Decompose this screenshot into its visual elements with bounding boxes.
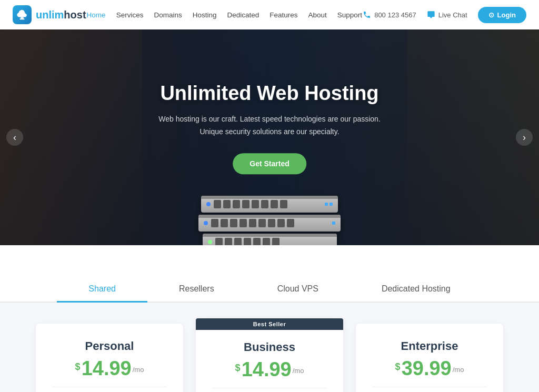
phone-number: 800 123 4567 (374, 11, 416, 19)
hero-section: ‹ › Unlimited Web Hosting Web hosting is… (0, 29, 539, 245)
server-rack (198, 196, 341, 245)
pricing-card-business: Best Seller Business $ 14.99 /mo 99 Reso… (196, 318, 343, 392)
feature-row: 99 Resold Accounts (212, 388, 327, 392)
server-led-2 (204, 221, 208, 225)
plan-name-enterprise: Enterprise (372, 339, 487, 353)
server-slots (214, 200, 287, 208)
hero-title: Unlimited Web Hosting (158, 82, 381, 105)
plan-name-business: Business (212, 340, 327, 354)
live-chat-label: Live Chat (438, 11, 467, 19)
tabs-header: Shared Resellers Cloud VPS Dedicated Hos… (0, 277, 539, 303)
nav-support[interactable]: Support (337, 11, 362, 19)
plan-price-personal: $ 14.99 /mo (52, 358, 167, 378)
price-period-business: /mo (293, 367, 304, 375)
price-amount-business: 14.99 (242, 359, 292, 379)
price-amount-enterprise: 39.99 (402, 358, 452, 378)
pricing-section: Personal $ 14.99 /mo 19 Resold Accounts … (0, 303, 539, 392)
tab-shared[interactable]: Shared (57, 277, 147, 303)
server-unit-2 (198, 215, 341, 232)
hero-server-image (198, 196, 341, 245)
best-seller-badge: Best Seller (196, 318, 343, 330)
pricing-card-personal: Personal $ 14.99 /mo 19 Resold Accounts … (36, 324, 183, 392)
plan-price-business: $ 14.99 /mo (212, 359, 327, 379)
svg-rect-1 (19, 18, 24, 19)
price-amount-personal: 14.99 (82, 358, 132, 378)
nav-home[interactable]: Home (87, 11, 106, 19)
nav-hosting[interactable]: Hosting (193, 11, 217, 19)
logo-icon (13, 5, 32, 24)
plan-features-personal: 19 Resold Accounts 19 GB Storage (52, 387, 167, 392)
price-period-personal: /mo (133, 366, 144, 374)
tab-resellers[interactable]: Resellers (147, 277, 246, 303)
feature-row: 119 Resold Accounts (372, 387, 487, 392)
pricing-card-enterprise: Enterprise $ 39.99 /mo 119 Resold Accoun… (356, 324, 503, 392)
main-nav: Home Services Domains Hosting Dedicated … (87, 10, 363, 19)
logo-text: unlimhost (36, 9, 86, 21)
nav-dedicated[interactable]: Dedicated (227, 11, 259, 19)
hero-arrow-left[interactable]: ‹ (6, 129, 23, 146)
chat-icon (427, 11, 435, 19)
hero-content: Unlimited Web Hosting Web hosting is our… (158, 82, 381, 174)
login-button[interactable]: ⊙ Login (478, 7, 526, 23)
svg-rect-0 (21, 17, 24, 19)
server-led-3 (208, 240, 212, 244)
price-dollar-business: $ (235, 363, 241, 374)
server-unit-3 (203, 234, 337, 245)
tab-cloud-vps[interactable]: Cloud VPS (246, 277, 350, 303)
hero-arrow-right[interactable]: › (516, 129, 533, 146)
hosting-tabs-section: Shared Resellers Cloud VPS Dedicated Hos… (0, 245, 539, 303)
plan-price-enterprise: $ 39.99 /mo (372, 358, 487, 378)
phone-link[interactable]: 800 123 4567 (363, 11, 416, 19)
tab-dedicated-hosting[interactable]: Dedicated Hosting (350, 277, 482, 303)
hero-subtitle: Web hosting is our craft. Latest speed t… (158, 113, 381, 138)
price-period-enterprise: /mo (453, 366, 464, 374)
logo[interactable]: unlimhost (13, 5, 86, 24)
login-icon: ⊙ (488, 11, 494, 19)
plan-features-enterprise: 119 Resold Accounts 119 GB Storage (372, 387, 487, 392)
plan-name-personal: Personal (52, 339, 167, 353)
server-unit-1 (201, 196, 338, 213)
plan-features-business: 99 Resold Accounts 99 GB Storage (212, 388, 327, 392)
feature-row: 19 Resold Accounts (52, 387, 167, 392)
price-dollar-personal: $ (75, 361, 81, 373)
header-right: 800 123 4567 Live Chat ⊙ Login (363, 7, 526, 23)
nav-domains[interactable]: Domains (154, 11, 182, 19)
nav-services[interactable]: Services (116, 11, 144, 19)
phone-icon (363, 11, 371, 19)
server-led (206, 202, 211, 206)
live-chat-link[interactable]: Live Chat (427, 11, 467, 19)
price-dollar-enterprise: $ (395, 361, 401, 373)
nav-about[interactable]: About (308, 11, 327, 19)
nav-features[interactable]: Features (270, 11, 297, 19)
get-started-button[interactable]: Get Started (233, 153, 306, 174)
header: unlimhost Home Services Domains Hosting … (0, 0, 539, 29)
